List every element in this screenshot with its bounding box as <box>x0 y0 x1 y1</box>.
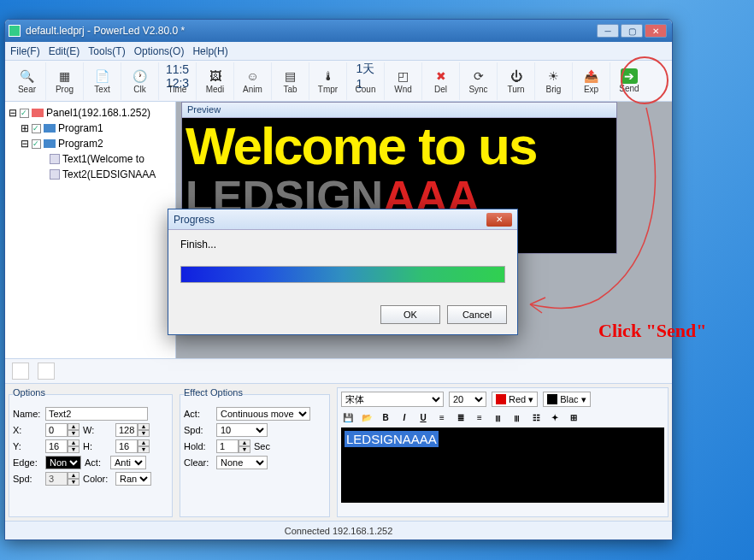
checkbox-icon[interactable] <box>32 124 41 133</box>
edge-act-select[interactable]: Anti <box>110 456 146 469</box>
clear-select[interactable]: None <box>216 456 268 469</box>
y-input[interactable]: ▲▼ <box>45 439 80 453</box>
cancel-button[interactable]: Cancel <box>447 305 507 324</box>
minimize-button[interactable]: ─ <box>597 24 619 38</box>
tool-tab[interactable]: ▤Tab <box>272 62 309 100</box>
preview-line1: Welcome to us <box>182 118 616 174</box>
grid-button[interactable]: ⊞ <box>567 410 580 424</box>
toolbar: 🔍Sear ▦Prog 📄Text 🕐Clk 11:512:3Time 🖼Med… <box>5 61 672 102</box>
options-legend: Options <box>13 387 45 401</box>
tool-clk[interactable]: 🕐Clk <box>121 62 159 100</box>
tool-wnd[interactable]: ◰Wnd <box>385 62 422 100</box>
spacing-button[interactable]: ⫼ <box>492 410 505 424</box>
tool-search[interactable]: 🔍Sear <box>9 62 46 100</box>
act-label: Act: <box>184 409 213 419</box>
tool-text[interactable]: 📄Text <box>84 62 121 100</box>
annotation-circle <box>621 56 669 104</box>
effect-legend: Effect Options <box>184 387 243 401</box>
tool-turn[interactable]: ⏻Turn <box>498 62 535 100</box>
panel-icon <box>32 109 44 117</box>
menu-help[interactable]: Help(H) <box>192 45 227 57</box>
x-label: X: <box>13 425 42 435</box>
tool-coun[interactable]: 1天1Coun <box>347 62 385 100</box>
checkbox-icon[interactable] <box>20 109 29 118</box>
tool-brig[interactable]: ☀Brig <box>535 62 573 100</box>
h-label: H: <box>83 441 112 451</box>
edge-color-select[interactable]: Ranc <box>115 472 151 486</box>
name-input[interactable] <box>45 407 148 421</box>
checkbox-icon[interactable] <box>32 139 41 149</box>
menu-edit[interactable]: Edit(E) <box>49 45 80 57</box>
bg-color-select[interactable]: Blac ▾ <box>543 392 590 407</box>
mid-button[interactable] <box>38 363 55 380</box>
font-select[interactable]: 宋体 <box>341 392 444 407</box>
mid-toolbar <box>5 358 672 384</box>
program-icon <box>44 139 56 148</box>
tool-tmpr[interactable]: 🌡Tmpr <box>309 62 347 100</box>
bold-button[interactable]: B <box>379 410 392 424</box>
h-input[interactable]: ▲▼ <box>115 439 150 453</box>
text-panel: 宋体 20 Red ▾ Blac ▾ 💾 📂 B I U ≡ ≣ ≡ ⫼ ⫼ ☷… <box>337 387 669 517</box>
editor-content[interactable]: LEDSIGNAAAA <box>345 431 439 447</box>
menu-options[interactable]: Options(O) <box>134 45 185 57</box>
edge-select[interactable]: Non <box>45 456 81 469</box>
save-icon[interactable]: 💾 <box>341 410 355 424</box>
progress-bar <box>180 266 505 283</box>
dialog-close-button[interactable]: ✕ <box>486 213 512 227</box>
eff-spd-select[interactable]: 10 <box>216 423 268 437</box>
color-label: Color: <box>83 474 112 484</box>
act-select[interactable]: Continuous move <box>216 407 310 421</box>
titlebar[interactable]: default.ledprj - PowerLed V2.80.0 * ─ ▢ … <box>5 20 672 42</box>
more-button[interactable]: ☷ <box>529 410 543 424</box>
edge-act-label: Act: <box>85 457 107 468</box>
fg-color-select[interactable]: Red ▾ <box>492 392 538 407</box>
options-panel: Options Name: X:▲▼ W:▲▼ Y:▲▼ H:▲▼ Edge:N… <box>9 387 173 517</box>
window-title: default.ledprj - PowerLed V2.80.0 * <box>26 25 597 37</box>
text-editor[interactable]: LEDSIGNAAAA <box>341 427 664 503</box>
tool-sync[interactable]: ⟳Sync <box>460 62 498 100</box>
align-right-button[interactable]: ≡ <box>473 410 486 424</box>
menu-tools[interactable]: Tools(T) <box>88 45 125 57</box>
tree-text1[interactable]: Text1(Welcome to <box>62 153 144 165</box>
mid-button[interactable] <box>12 363 29 380</box>
align-left-button[interactable]: ≡ <box>435 410 449 424</box>
tool-time[interactable]: 11:512:3Time <box>159 62 197 100</box>
dialog-title: Progress <box>174 214 215 226</box>
w-input[interactable]: ▲▼ <box>115 423 150 437</box>
align-center-button[interactable]: ≣ <box>454 410 468 424</box>
tool-prog[interactable]: ▦Prog <box>46 62 84 100</box>
eff-spd-label: Spd: <box>184 425 213 435</box>
status-connection: Connected 192.168.1.252 <box>285 526 393 536</box>
program-icon <box>44 124 56 133</box>
hold-unit: Sec <box>254 441 270 451</box>
dialog-message: Finish... <box>180 239 505 251</box>
maximize-button[interactable]: ▢ <box>621 24 643 38</box>
tool-exp[interactable]: 📤Exp <box>573 62 610 100</box>
open-icon[interactable]: 📂 <box>360 410 374 424</box>
project-tree[interactable]: ⊟Panel1(192.168.1.252) ⊞Program1 ⊟Progra… <box>5 102 176 358</box>
underline-button[interactable]: U <box>416 410 430 424</box>
y-label: Y: <box>13 441 42 451</box>
tool-del[interactable]: ✖Del <box>422 62 460 100</box>
tree-panel[interactable]: Panel1(192.168.1.252) <box>46 107 150 119</box>
spacing2-button[interactable]: ⫼ <box>510 410 524 424</box>
effect-button[interactable]: ✦ <box>548 410 562 424</box>
x-input[interactable]: ▲▼ <box>45 423 80 437</box>
preview-title[interactable]: Preview <box>182 103 616 118</box>
hold-input[interactable]: ▲▼ <box>216 439 250 453</box>
tree-text2[interactable]: Text2(LEDSIGNAAA <box>62 168 156 180</box>
hold-label: Hold: <box>184 441 213 451</box>
text-icon <box>50 154 60 164</box>
ok-button[interactable]: OK <box>380 305 440 324</box>
tree-prog1[interactable]: Program1 <box>58 122 103 134</box>
tool-medi[interactable]: 🖼Medi <box>197 62 234 100</box>
dialog-titlebar[interactable]: Progress ✕ <box>168 209 517 230</box>
statusbar: Connected 192.168.1.252 <box>5 521 672 539</box>
tree-prog2[interactable]: Program2 <box>58 138 103 150</box>
size-select[interactable]: 20 <box>449 392 486 407</box>
close-button[interactable]: ✕ <box>645 24 667 38</box>
tool-anim[interactable]: ☺Anim <box>234 62 272 100</box>
italic-button[interactable]: I <box>398 410 411 424</box>
edge-spd-input[interactable]: ▲▼ <box>45 472 80 486</box>
menu-file[interactable]: File(F) <box>10 45 40 57</box>
